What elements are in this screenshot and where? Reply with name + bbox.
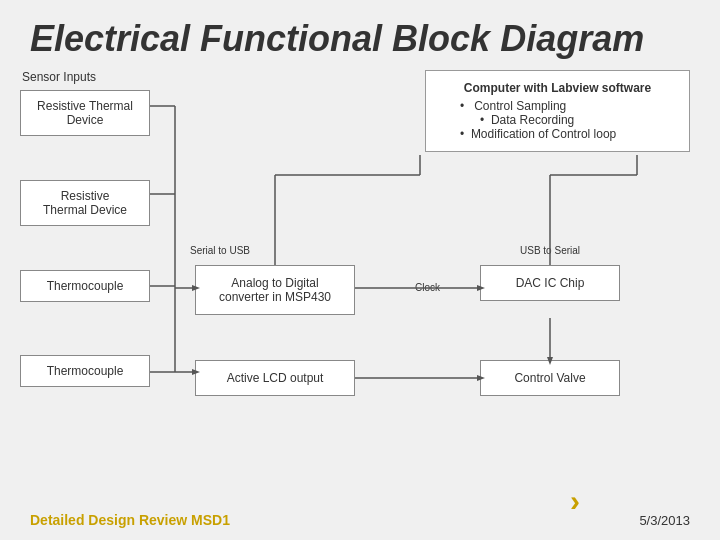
- bottom-bar: Detailed Design Review MSD1 5/3/2013: [0, 512, 720, 528]
- control-valve-box: Control Valve: [480, 360, 620, 396]
- slide: Electrical Functional Block Diagram Comp…: [0, 0, 720, 540]
- bottom-right-date: 5/3/2013: [639, 513, 690, 528]
- computer-box: Computer with Labview software • Control…: [425, 70, 690, 152]
- usb-to-serial-label: USB to Serial: [520, 245, 580, 256]
- device-box-3: Thermocouple: [20, 270, 150, 302]
- bottom-left-label: Detailed Design Review MSD1: [30, 512, 230, 528]
- list-item-3: • Modification of Control loop: [460, 127, 675, 141]
- computer-box-title: Computer with Labview software: [440, 81, 675, 95]
- sensor-inputs-label: Sensor Inputs: [22, 70, 96, 84]
- device-box-1: Resistive Thermal Device: [20, 90, 150, 136]
- adc-box: Analog to Digitalconverter in MSP430: [195, 265, 355, 315]
- list-item-2: • Data Recording: [460, 113, 675, 127]
- lcd-box: Active LCD output: [195, 360, 355, 396]
- device-box-4: Thermocouple: [20, 355, 150, 387]
- serial-to-usb-label: Serial to USB: [190, 245, 250, 256]
- page-title: Electrical Functional Block Diagram: [0, 0, 720, 70]
- computer-box-items: • Control Sampling • Data Recording • Mo…: [440, 99, 675, 141]
- dac-box: DAC IC Chip: [480, 265, 620, 301]
- device-box-2: ResistiveThermal Device: [20, 180, 150, 226]
- clock-label: Clock: [415, 282, 440, 293]
- list-item-1: • Control Sampling: [460, 99, 675, 113]
- chevron-icon: ›: [570, 484, 580, 518]
